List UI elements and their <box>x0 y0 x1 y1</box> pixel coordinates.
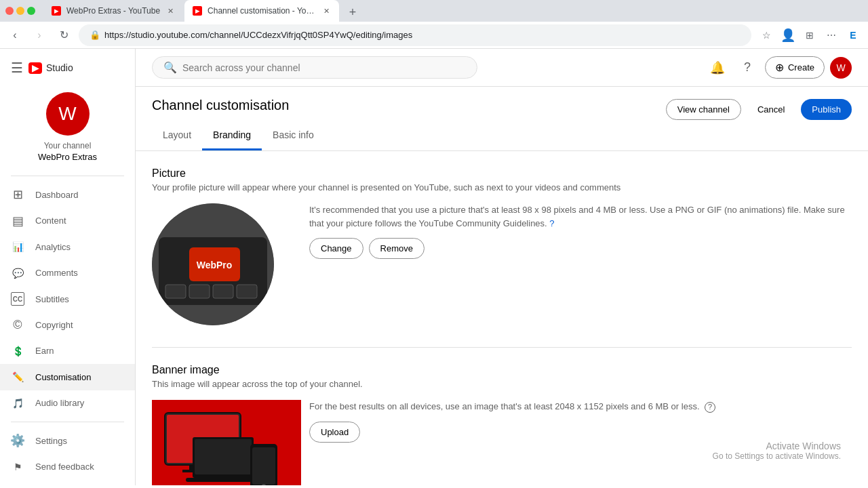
sidebar-header[interactable]: ☰ ▶ Studio <box>0 54 135 81</box>
banner-desc: This image will appear across the top of… <box>152 379 852 389</box>
forward-button[interactable]: › <box>30 26 49 45</box>
profile-icon[interactable]: 👤 <box>778 26 797 45</box>
view-channel-button[interactable]: View channel <box>666 99 741 120</box>
copyright-icon: © <box>11 318 24 331</box>
picture-preview: WebPro <box>152 203 288 325</box>
tab-close-2[interactable]: ✕ <box>321 6 331 16</box>
banner-info: For the best results on all devices, use… <box>309 400 852 443</box>
picture-desc: Your profile picture will appear where y… <box>152 182 852 192</box>
picture-buttons: Change Remove <box>309 238 852 259</box>
your-channel-label: Your channel <box>44 141 92 150</box>
nav-item-earn[interactable]: 💲 Earn <box>0 338 135 364</box>
tab-channel[interactable]: ▶ Channel customisation - YouT... ✕ <box>184 0 339 22</box>
picture-title: Picture <box>152 167 852 180</box>
content-icon: ▤ <box>11 214 24 228</box>
create-button[interactable]: ⊕ Create <box>765 56 825 79</box>
page-header: Channel customisation View channel Cance… <box>136 87 868 151</box>
page-title: Channel customisation <box>152 98 289 113</box>
audio-library-icon: 🎵 <box>11 396 24 410</box>
nav-item-copyright[interactable]: © Copyright <box>0 312 135 338</box>
channel-info: W Your channel WebPro Extras <box>0 81 135 173</box>
svg-rect-15 <box>186 478 260 482</box>
upload-banner-button[interactable]: Upload <box>309 422 360 443</box>
lock-icon: 🔒 <box>90 30 100 40</box>
community-guidelines-link[interactable]: ? <box>549 218 554 228</box>
analytics-label: Analytics <box>35 242 124 252</box>
comments-icon: 💬 <box>11 266 24 280</box>
edge-icon[interactable]: E <box>844 26 863 45</box>
url-text: https://studio.youtube.com/channel/UCCde… <box>104 30 412 40</box>
settings-icon: ⚙️ <box>11 434 24 447</box>
user-avatar[interactable]: W <box>830 57 852 79</box>
send-feedback-label: Send feedback <box>35 462 124 472</box>
tab-basic-info[interactable]: Basic info <box>262 121 325 150</box>
tab-layout[interactable]: Layout <box>152 121 202 150</box>
tab-favicon-1: ▶ <box>52 6 61 16</box>
notifications-button[interactable]: 🔔 <box>705 56 730 80</box>
send-feedback-icon: ⚑ <box>11 460 24 474</box>
nav-item-content[interactable]: ▤ Content <box>0 207 135 233</box>
youtube-studio-logo[interactable]: ▶ Studio <box>28 62 73 74</box>
nav-item-subtitles[interactable]: CC Subtitles <box>0 286 135 312</box>
dashboard-label: Dashboard <box>35 190 124 200</box>
remove-picture-button[interactable]: Remove <box>369 238 425 259</box>
nav-item-send-feedback[interactable]: ⚑ Send feedback <box>0 454 135 480</box>
refresh-button[interactable]: ↻ <box>54 26 73 45</box>
change-picture-button[interactable]: Change <box>309 238 363 259</box>
subtitles-icon: CC <box>11 292 24 306</box>
banner-help-icon[interactable]: ? <box>705 402 715 413</box>
banner-section: Banner image This image will appear acro… <box>152 364 852 485</box>
more-icon[interactable]: ⋯ <box>822 26 841 45</box>
extension-icon[interactable]: ⊞ <box>800 26 819 45</box>
tab-webpro[interactable]: ▶ WebPro Extras - YouTube ✕ <box>43 0 183 22</box>
svg-rect-5 <box>189 285 210 298</box>
search-icon: 🔍 <box>163 61 177 74</box>
audio-library-label: Audio library <box>35 398 124 408</box>
cancel-button[interactable]: Cancel <box>747 100 795 119</box>
picture-info-text: It's recommended that you use a picture … <box>309 203 852 230</box>
svg-rect-4 <box>165 285 186 298</box>
publish-button[interactable]: Publish <box>801 99 852 120</box>
tab-title-1: WebPro Extras - YouTube <box>66 6 160 16</box>
settings-label: Settings <box>35 436 124 446</box>
comments-label: Comments <box>35 268 124 278</box>
search-bar[interactable]: 🔍 <box>152 56 477 79</box>
copyright-label: Copyright <box>35 320 124 330</box>
analytics-icon: 📊 <box>11 240 24 253</box>
nav-item-audio-library[interactable]: 🎵 Audio library <box>0 390 135 416</box>
yt-icon: ▶ <box>28 62 42 74</box>
tab-title-2: Channel customisation - YouT... <box>208 6 316 16</box>
new-tab-button[interactable]: + <box>343 3 362 22</box>
studio-label: Studio <box>46 62 73 73</box>
action-buttons: View channel Cancel Publish <box>666 99 852 120</box>
customisation-icon: ✏️ <box>11 370 24 384</box>
banner-title: Banner image <box>152 364 852 376</box>
nav-item-comments[interactable]: 💬 Comments <box>0 260 135 285</box>
svg-rect-14 <box>195 439 252 474</box>
help-button[interactable]: ? <box>735 56 760 80</box>
picture-section: Picture Your profile picture will appear… <box>152 167 852 325</box>
sidebar: ☰ ▶ Studio W Your channel WebPro Extras … <box>0 49 136 485</box>
windows-activation: Activate Windows Go to Settings to activ… <box>713 441 841 461</box>
back-button[interactable]: ‹ <box>5 26 24 45</box>
nav-item-settings[interactable]: ⚙️ Settings <box>0 428 135 453</box>
nav-item-dashboard[interactable]: ⊞ Dashboard <box>0 182 135 207</box>
content-label: Content <box>35 216 124 226</box>
nav-item-customisation[interactable]: ✏️ Customisation <box>0 364 135 390</box>
earn-icon: 💲 <box>11 344 24 358</box>
svg-rect-7 <box>237 285 257 298</box>
tab-branding[interactable]: Branding <box>202 121 262 150</box>
topbar: 🔍 🔔 ? ⊕ Create W <box>136 49 868 87</box>
search-input[interactable] <box>182 62 466 73</box>
customisation-label: Customisation <box>35 372 124 382</box>
tab-close-1[interactable]: ✕ <box>165 6 175 16</box>
channel-avatar[interactable]: W <box>46 92 90 136</box>
bookmark-icon[interactable]: ☆ <box>757 26 776 45</box>
url-bar[interactable]: 🔒 https://studio.youtube.com/channel/UCC… <box>79 24 751 46</box>
profile-picture-image: WebPro <box>152 203 274 325</box>
picture-info: It's recommended that you use a picture … <box>309 203 852 259</box>
nav-item-analytics[interactable]: 📊 Analytics <box>0 234 135 260</box>
page-tabs: Layout Branding Basic info <box>152 121 852 150</box>
channel-name: WebPro Extras <box>38 152 97 162</box>
hamburger-icon[interactable]: ☰ <box>11 60 23 76</box>
